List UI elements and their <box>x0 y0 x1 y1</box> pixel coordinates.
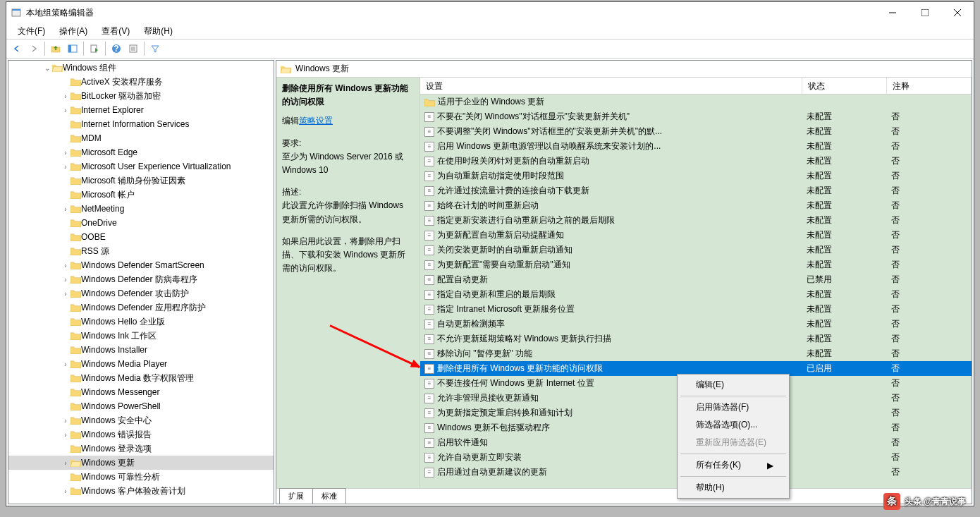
list-row[interactable]: ≡指定更新安装进行自动重新启动之前的最后期限未配置否 <box>420 213 972 228</box>
menubar: 文件(F) 操作(A) 查看(V) 帮助(H) <box>6 23 974 39</box>
tree-item[interactable]: ›Internet Explorer <box>8 103 274 117</box>
properties-button[interactable] <box>125 41 141 56</box>
list-row[interactable]: ≡为自动重新启动指定使用时段范围未配置否 <box>420 169 972 183</box>
ctx-all-tasks[interactable]: 所有任务(K)▶ <box>679 456 788 474</box>
list-row[interactable]: ≡移除访问 "暂停更新" 功能未配置否 <box>420 346 972 361</box>
tree-item[interactable]: Windows Messenger <box>8 385 274 399</box>
col-setting[interactable]: 设置 <box>420 78 802 94</box>
list-header: 设置 状态 注释 <box>420 78 972 95</box>
tree-pane[interactable]: ⌄Windows 组件ActiveX 安装程序服务›BitLocker 驱动器加… <box>8 60 274 504</box>
tree-item[interactable]: Windows Defender 应用程序防护 <box>8 300 274 315</box>
menu-action[interactable]: 操作(A) <box>54 24 93 39</box>
policy-icon: ≡ <box>424 423 434 433</box>
close-button[interactable] <box>941 2 974 23</box>
policy-icon: ≡ <box>424 468 434 478</box>
tree-item[interactable]: ›Windows Defender 攻击防护 <box>8 286 274 300</box>
policy-icon: ≡ <box>424 320 434 329</box>
tabbar: 扩展 标准 <box>276 488 972 504</box>
list-row[interactable]: ≡指定 Intranet Microsoft 更新服务位置未配置否 <box>420 302 972 317</box>
col-status[interactable]: 状态 <box>802 78 887 94</box>
list-row[interactable]: ≡自动更新检测频率未配置否 <box>420 317 972 332</box>
tree-item[interactable]: ›Windows Defender SmartScreen <box>8 258 274 272</box>
list-row[interactable]: ≡指定自动更新和重启的最后期限未配置否 <box>420 287 972 302</box>
show-hide-tree-button[interactable] <box>65 41 80 56</box>
ctx-filter-on[interactable]: 启用筛选器(F) <box>679 399 788 416</box>
tree-item[interactable]: ›NetMeeting <box>8 202 274 216</box>
minimize-button[interactable] <box>876 2 909 23</box>
policy-icon: ≡ <box>424 171 434 181</box>
list-row[interactable]: ≡在使用时段关闭针对更新的自动重新启动未配置否 <box>420 154 972 169</box>
edit-policy-link[interactable]: 策略设置 <box>299 116 333 126</box>
list-row[interactable]: ≡关闭安装更新时的自动重新启动通知未配置否 <box>420 243 972 257</box>
filter-button[interactable] <box>147 41 163 56</box>
tree-item[interactable]: ActiveX 安装程序服务 <box>8 75 274 89</box>
tree-item[interactable]: Windows PowerShell <box>8 399 274 413</box>
tree-item[interactable]: ›Microsoft Edge <box>8 145 274 159</box>
tree-root[interactable]: ⌄Windows 组件 <box>8 61 274 75</box>
list-row[interactable]: ≡不允许更新延期策略对 Windows 更新执行扫描未配置否 <box>420 332 972 346</box>
policy-icon: ≡ <box>424 157 434 166</box>
list-row[interactable]: 适用于企业的 Windows 更新 <box>420 95 972 109</box>
menu-file[interactable]: 文件(F) <box>12 24 51 39</box>
tree-item[interactable]: Microsoft 帐户 <box>8 188 274 202</box>
list-row[interactable]: ≡不要调整"关闭 Windows"对话框里的"安装更新并关机"的默...未配置否 <box>420 124 972 139</box>
tree-item[interactable]: OOBE <box>8 230 274 244</box>
policy-icon: ≡ <box>424 201 434 211</box>
tab-standard[interactable]: 标准 <box>312 488 346 504</box>
policy-icon: ≡ <box>424 112 434 122</box>
ctx-filter-options[interactable]: 筛选器选项(O)... <box>679 416 788 434</box>
list-row[interactable]: ≡启用 Windows 更新电源管理以自动唤醒系统来安装计划的...未配置否 <box>420 139 972 154</box>
policy-icon: ≡ <box>424 334 434 344</box>
tree-item[interactable]: OneDrive <box>8 216 274 230</box>
list-row[interactable]: ≡允许通过按流量计费的连接自动下载更新未配置否 <box>420 183 972 198</box>
tree-item[interactable]: ›Windows 更新 <box>8 456 274 470</box>
list-row[interactable]: ≡始终在计划的时间重新启动未配置否 <box>420 198 972 213</box>
context-menu: 编辑(E) 启用筛选器(F) 筛选器选项(O)... 重新应用筛选器(E) 所有… <box>677 374 790 499</box>
policy-title: 删除使用所有 Windows 更新功能的访问权限 <box>282 82 414 109</box>
tree-item[interactable]: Windows Hello 企业版 <box>8 315 274 329</box>
tree-item[interactable]: Windows 可靠性分析 <box>8 470 274 484</box>
tree-item[interactable]: RSS 源 <box>8 244 274 258</box>
forward-button[interactable] <box>26 41 42 56</box>
export-button[interactable] <box>87 41 102 56</box>
ctx-help[interactable]: 帮助(H) <box>679 479 788 497</box>
svg-rect-1 <box>12 9 20 11</box>
svg-rect-3 <box>921 9 929 16</box>
tab-extended[interactable]: 扩展 <box>279 488 313 504</box>
tree-item[interactable]: ›Windows 错误报告 <box>8 427 274 442</box>
tree-item[interactable]: Windows 登录选项 <box>8 442 274 456</box>
policy-icon: ≡ <box>424 216 434 226</box>
list-row[interactable]: ≡为更新配置自动重新启动提醒通知未配置否 <box>420 228 972 243</box>
tree-item[interactable]: Windows Ink 工作区 <box>8 329 274 343</box>
up-button[interactable] <box>48 41 63 56</box>
tree-item[interactable]: ›Windows Defender 防病毒程序 <box>8 272 274 286</box>
tree-item[interactable]: MDM <box>8 131 274 145</box>
menu-help[interactable]: 帮助(H) <box>138 24 178 39</box>
col-comment[interactable]: 注释 <box>887 78 972 94</box>
app-icon <box>11 7 22 18</box>
ctx-edit[interactable]: 编辑(E) <box>679 376 788 394</box>
tree-item[interactable]: Internet Information Services <box>8 117 274 131</box>
list-row[interactable]: ≡为更新配置"需要自动重新启动"通知未配置否 <box>420 257 972 272</box>
back-button[interactable] <box>9 41 25 56</box>
policy-icon: ≡ <box>424 127 434 137</box>
toolbar: ? <box>6 39 974 59</box>
help-button[interactable]: ? <box>109 41 124 56</box>
maximize-button[interactable] <box>909 2 941 23</box>
policy-icon: ≡ <box>424 394 434 403</box>
tree-item[interactable]: Windows Media 数字权限管理 <box>8 371 274 385</box>
tree-item[interactable]: ›Windows 客户体验改善计划 <box>8 484 274 498</box>
tree-item[interactable]: ›Windows 安全中心 <box>8 413 274 427</box>
tree-item[interactable]: ›BitLocker 驱动器加密 <box>8 89 274 103</box>
menu-view[interactable]: 查看(V) <box>96 24 135 39</box>
tree-item[interactable]: Microsoft 辅助身份验证因素 <box>8 174 274 188</box>
list-row[interactable]: ≡不要在"关闭 Windows"对话框显示"安装更新并关机"未配置否 <box>420 109 972 124</box>
svg-rect-7 <box>68 45 71 52</box>
tree-item[interactable]: ›Microsoft User Experience Virtualizatio… <box>8 159 274 174</box>
tree-item[interactable]: Windows Installer <box>8 343 274 357</box>
description-pane: 删除使用所有 Windows 更新功能的访问权限 编辑策略设置 要求: 至少为 … <box>276 78 420 488</box>
path-title: Windows 更新 <box>295 63 349 75</box>
policy-icon: ≡ <box>424 438 434 448</box>
tree-item[interactable]: ›Windows Media Player <box>8 357 274 371</box>
list-row[interactable]: ≡配置自动更新已禁用否 <box>420 272 972 287</box>
